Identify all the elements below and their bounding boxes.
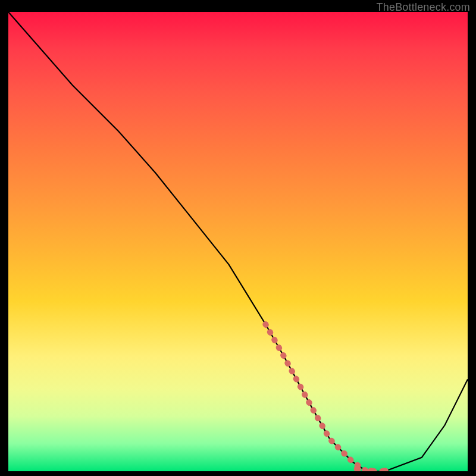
gradient-background <box>8 12 468 471</box>
chart-frame <box>8 12 468 471</box>
